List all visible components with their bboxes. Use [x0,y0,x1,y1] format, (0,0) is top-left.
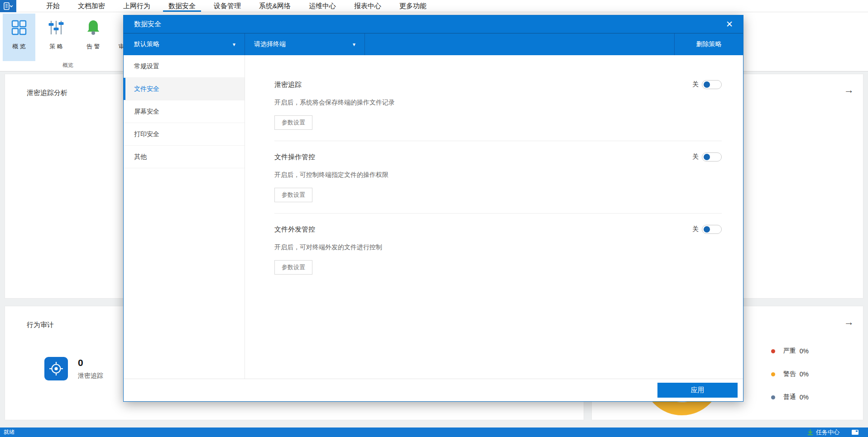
legend-item-normal: 普通 0% [771,392,809,402]
trace-panel-title: 泄密追踪分析 [27,89,67,97]
menu-item-system-network[interactable]: 系统&网络 [250,0,300,12]
alarm-panel-arrow-icon[interactable]: → [844,317,854,327]
param-settings-button[interactable]: 参数设置 [274,115,312,130]
close-icon[interactable]: ✕ [723,20,736,28]
task-center-button[interactable]: 任务中心 [807,428,839,437]
critical-dot-icon [771,349,775,353]
sidebar-item-other[interactable]: 其他 [124,146,245,168]
menu-item-ops-center[interactable]: 运维中心 [300,0,345,12]
statusbar: 就绪 任务中心 [0,428,868,437]
menu-item-device-mgmt[interactable]: 设备管理 [205,0,250,12]
section-leak-trace: 泄密追踪 关 开启后，系统将会保存终端的操作文件记录 参数设置 [274,55,722,141]
trace-count-label: 泄密追踪 [78,372,103,380]
leak-trace-toggle[interactable] [702,80,722,89]
section-file-outgoing-control: 文件外发管控 关 开启后，可对终端外发的文件进行控制 参数设置 [274,214,722,285]
menu-item-report-center[interactable]: 报表中心 [345,0,390,12]
toggle-knob [704,154,710,160]
dialog-content: 泄密追踪 关 开启后，系统将会保存终端的操作文件记录 参数设置 文件操作管控 关 [245,55,743,379]
terminal-dropdown-value: 请选择终端 [254,40,352,48]
terminal-dropdown[interactable]: 请选择终端 ▼ [245,33,365,55]
legend-label: 严重 [783,347,796,355]
apply-button[interactable]: 应用 [657,383,738,398]
policy-dropdown-value: 默认策略 [134,40,232,48]
task-center-label: 任务中心 [816,428,839,437]
dialog-toolbar: 默认策略 ▼ 请选择终端 ▼ 删除策略 [124,33,743,55]
toggle-state-label: 关 [692,81,699,89]
section-file-operation-control: 文件操作管控 关 开启后，可控制终端指定文件的操作权限 参数设置 [274,141,722,214]
section-description: 开启后，系统将会保存终端的操作文件记录 [274,99,722,107]
document-icon [3,2,13,10]
ribbon-group-label: 概览 [0,62,136,69]
toggle-state-label: 关 [692,225,699,233]
warning-dot-icon [771,372,775,376]
legend-label: 警告 [783,370,796,378]
data-security-dialog: 数据安全 ✕ 默认策略 ▼ 请选择终端 ▼ 删除策略 常规设置 文件安全 屏幕安… [123,15,743,402]
delete-policy-button[interactable]: 删除策略 [674,33,743,55]
section-title: 泄密追踪 [274,81,302,89]
audit-panel-title: 行为审计 [27,321,54,329]
chevron-down-icon: ▼ [352,42,356,47]
ribbon-item-alerts[interactable]: 告 警 [77,14,110,61]
legend-item-critical: 严重 0% [771,346,809,356]
dialog-sidebar: 常规设置 文件安全 屏幕安全 打印安全 其他 [124,55,245,379]
menu-item-data-security[interactable]: 数据安全 [159,0,205,12]
policy-dropdown[interactable]: 默认策略 ▼ [124,33,245,55]
main-menu: 开始 文档加密 上网行为 数据安全 设备管理 系统&网络 运维中心 报表中心 更… [37,0,436,12]
alarm-legend: 严重 0% 警告 0% 普通 0% [771,346,809,415]
sidebar-item-screen-security[interactable]: 屏幕安全 [124,100,245,123]
sidebar-item-general-settings[interactable]: 常规设置 [124,55,245,78]
dialog-title: 数据安全 [134,20,723,28]
legend-value: 0% [800,347,809,355]
trace-panel-arrow-icon[interactable]: → [844,85,854,95]
section-title: 文件操作管控 [274,153,315,162]
section-title: 文件外发管控 [274,225,315,234]
normal-dot-icon [771,395,775,399]
ribbon-label-overview: 概 览 [12,43,26,51]
bell-icon [84,18,103,37]
ribbon-item-overview[interactable]: 概 览 [3,14,35,61]
legend-item-warning: 警告 0% [771,369,809,379]
menu-item-doc-encrypt[interactable]: 文档加密 [69,0,114,12]
app-menu-button[interactable] [0,0,16,12]
status-text: 就绪 [4,428,807,436]
ribbon-label-policy: 策 略 [49,43,63,51]
console-window-icon[interactable] [851,429,859,435]
ribbon-item-policy[interactable]: 策 略 [40,14,72,61]
sliders-icon [47,18,66,37]
dialog-titlebar: 数据安全 ✕ [124,15,743,33]
toggle-state-label: 关 [692,153,699,161]
menu-item-more[interactable]: 更多功能 [390,0,436,12]
param-settings-button[interactable]: 参数设置 [274,260,312,275]
file-outgoing-toggle[interactable] [702,225,722,234]
section-description: 开启后，可控制终端指定文件的操作权限 [274,171,722,179]
trace-target-icon [44,357,68,380]
grid-icon [10,18,29,37]
toolbar-spacer [365,33,674,55]
sidebar-item-file-security[interactable]: 文件安全 [124,78,245,100]
menu-item-start[interactable]: 开始 [37,0,69,12]
legend-label: 普通 [783,393,796,401]
legend-value: 0% [800,394,809,401]
param-settings-button[interactable]: 参数设置 [274,188,312,202]
ribbon-label-alerts: 告 警 [86,43,100,51]
dialog-footer: 应用 [124,379,743,401]
legend-value: 0% [800,370,809,378]
toggle-knob [704,226,710,233]
menu-item-web-behavior[interactable]: 上网行为 [114,0,159,12]
download-icon [807,429,814,436]
trace-count-value: 0 [78,357,103,368]
menubar: 开始 文档加密 上网行为 数据安全 设备管理 系统&网络 运维中心 报表中心 更… [0,0,868,12]
section-description: 开启后，可对终端外发的文件进行控制 [274,243,722,252]
file-operation-toggle[interactable] [702,152,722,162]
chevron-down-icon: ▼ [232,42,236,47]
sidebar-item-print-security[interactable]: 打印安全 [124,123,245,146]
toggle-knob [704,81,710,88]
